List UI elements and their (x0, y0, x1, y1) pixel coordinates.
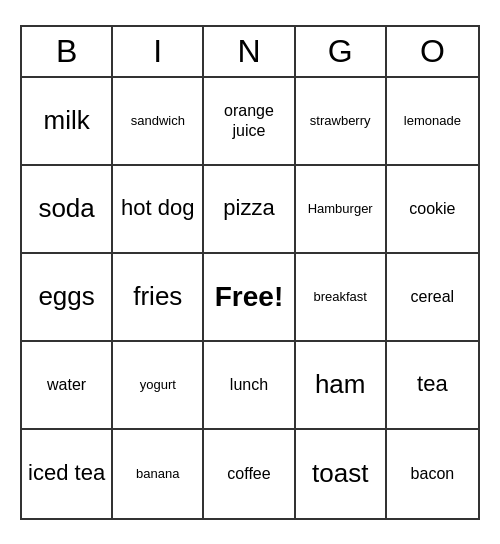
cell-text: ham (315, 369, 366, 400)
header-letter: I (113, 27, 204, 76)
bingo-cell: strawberry (296, 78, 387, 166)
bingo-cell: iced tea (22, 430, 113, 518)
bingo-cell: lunch (204, 342, 295, 430)
bingo-grid: milksandwichorange juicestrawberrylemona… (22, 78, 478, 518)
cell-text: sandwich (131, 113, 185, 129)
bingo-cell: yogurt (113, 342, 204, 430)
cell-text: cookie (409, 199, 455, 218)
cell-text: lunch (230, 375, 268, 394)
cell-text: water (47, 375, 86, 394)
bingo-cell: pizza (204, 166, 295, 254)
bingo-cell: bacon (387, 430, 478, 518)
cell-text: tea (417, 371, 448, 397)
bingo-cell: milk (22, 78, 113, 166)
bingo-card: BINGO milksandwichorange juicestrawberry… (20, 25, 480, 520)
cell-text: bacon (411, 464, 455, 483)
header-letter: N (204, 27, 295, 76)
bingo-cell: fries (113, 254, 204, 342)
cell-text: soda (38, 193, 94, 224)
cell-text: breakfast (313, 289, 366, 305)
cell-text: strawberry (310, 113, 371, 129)
bingo-cell: orange juice (204, 78, 295, 166)
bingo-cell: tea (387, 342, 478, 430)
bingo-cell: lemonade (387, 78, 478, 166)
cell-text: Free! (215, 280, 283, 314)
bingo-cell: coffee (204, 430, 295, 518)
cell-text: Hamburger (308, 201, 373, 217)
cell-text: toast (312, 458, 368, 489)
cell-text: milk (43, 105, 89, 136)
header-letter: B (22, 27, 113, 76)
cell-text: yogurt (140, 377, 176, 393)
cell-text: eggs (38, 281, 94, 312)
bingo-cell: cereal (387, 254, 478, 342)
cell-text: pizza (223, 195, 274, 221)
cell-text: cereal (411, 287, 455, 306)
header-letter: O (387, 27, 478, 76)
bingo-cell: hot dog (113, 166, 204, 254)
cell-text: fries (133, 281, 182, 312)
cell-text: coffee (227, 464, 270, 483)
bingo-cell: water (22, 342, 113, 430)
bingo-cell: Hamburger (296, 166, 387, 254)
bingo-cell: Free! (204, 254, 295, 342)
cell-text: lemonade (404, 113, 461, 129)
header-letter: G (296, 27, 387, 76)
cell-text: orange juice (208, 101, 289, 139)
cell-text: banana (136, 466, 179, 482)
bingo-cell: sandwich (113, 78, 204, 166)
bingo-cell: breakfast (296, 254, 387, 342)
bingo-cell: cookie (387, 166, 478, 254)
cell-text: hot dog (121, 195, 194, 221)
bingo-cell: banana (113, 430, 204, 518)
bingo-cell: soda (22, 166, 113, 254)
bingo-header: BINGO (22, 27, 478, 78)
cell-text: iced tea (28, 460, 105, 486)
bingo-cell: eggs (22, 254, 113, 342)
bingo-cell: toast (296, 430, 387, 518)
bingo-cell: ham (296, 342, 387, 430)
